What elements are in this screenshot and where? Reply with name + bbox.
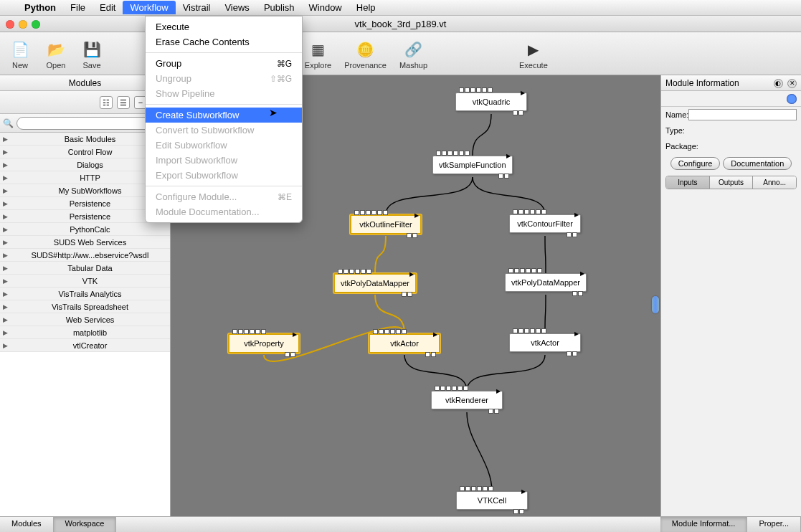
disclosure-triangle-icon[interactable]: ▶: [0, 265, 10, 272]
right-panel: Module Information ◐ ✕ Name: Type: Packa…: [660, 75, 801, 516]
tab-inputs[interactable]: Inputs: [666, 176, 710, 189]
menu-window[interactable]: Window: [302, 1, 349, 14]
menu-app[interactable]: Python: [17, 1, 63, 14]
tab-outputs[interactable]: Outputs: [710, 176, 754, 189]
search-icon: 🔍: [3, 118, 14, 128]
module-category[interactable]: ▶Tabular Data: [0, 262, 170, 275]
disclosure-triangle-icon[interactable]: ▶: [0, 239, 10, 246]
menu-workflow[interactable]: Workflow: [123, 1, 175, 14]
node-vtkRenderer[interactable]: ▶vtkRenderer: [431, 391, 503, 409]
chevron-icon[interactable]: ▶: [506, 153, 511, 159]
mashup-button[interactable]: 🔗Mashup: [399, 38, 427, 70]
bottom-tab-modules[interactable]: Modules: [0, 517, 54, 532]
cursor-icon: ➤: [269, 107, 278, 118]
chevron-icon[interactable]: ▶: [521, 90, 525, 96]
zoom-window-button[interactable]: [32, 20, 40, 29]
disclosure-triangle-icon[interactable]: ▶: [0, 136, 10, 143]
disclosure-triangle-icon[interactable]: ▶: [0, 200, 10, 207]
node-vtkQuadric[interactable]: ▶vtkQuadric: [455, 92, 527, 111]
execute-button[interactable]: ▶Execute: [519, 38, 548, 70]
menu-publish[interactable]: Publish: [257, 1, 302, 14]
module-category[interactable]: ▶Web Services: [0, 313, 170, 326]
module-category[interactable]: ▶matplotlib: [0, 326, 170, 339]
menu-edit[interactable]: Edit: [93, 1, 123, 14]
menu-item: Import Subworkflow: [146, 153, 302, 168]
chevron-icon[interactable]: ▶: [580, 270, 584, 277]
chevron-icon[interactable]: ▶: [293, 331, 297, 338]
tree-collapse-icon[interactable]: ☷: [100, 96, 113, 109]
explore-button[interactable]: ▦Explore: [305, 38, 331, 70]
chevron-icon[interactable]: ▶: [496, 388, 501, 394]
menu-vistrail[interactable]: Vistrail: [176, 1, 218, 14]
disclosure-triangle-icon[interactable]: ▶: [0, 161, 10, 168]
menu-file[interactable]: File: [63, 1, 93, 14]
node-vtkActor[interactable]: ▶vtkActor: [369, 333, 440, 353]
menu-item: Configure Module...⌘E: [146, 189, 302, 204]
module-category[interactable]: ▶VisTrails Spreadsheet: [0, 300, 170, 313]
disclosure-triangle-icon[interactable]: ▶: [0, 213, 10, 220]
disclosure-triangle-icon[interactable]: ▶: [0, 277, 10, 285]
canvas-scrollbar-thumb[interactable]: [652, 296, 659, 313]
bottom-tab-workspace[interactable]: Workspace: [54, 517, 117, 532]
node-vtkContourFilter[interactable]: ▶vtkContourFilter: [509, 214, 581, 233]
disclosure-triangle-icon[interactable]: ▶: [0, 174, 10, 181]
open-button[interactable]: 📂Open: [44, 38, 67, 70]
disclosure-triangle-icon[interactable]: ▶: [0, 329, 10, 336]
menu-help[interactable]: Help: [349, 1, 383, 14]
port-tabs: Inputs Outputs Anno...: [665, 176, 797, 189]
disclosure-triangle-icon[interactable]: ▶: [0, 187, 10, 194]
disclosure-triangle-icon[interactable]: ▶: [0, 342, 10, 349]
chevron-icon[interactable]: ▶: [433, 331, 437, 338]
panel-close-icon[interactable]: ✕: [787, 79, 797, 88]
module-category[interactable]: ▶VisTrails Analytics: [0, 288, 170, 300]
menu-item[interactable]: Erase Cache Contents: [146, 34, 302, 49]
name-input[interactable]: [688, 109, 797, 120]
new-button[interactable]: 📄New: [9, 38, 32, 70]
node-vtkSampleFunction[interactable]: ▶vtkSampleFunction: [432, 156, 513, 174]
info-refresh-icon[interactable]: [787, 94, 797, 104]
disclosure-triangle-icon[interactable]: ▶: [0, 226, 10, 233]
documentation-button[interactable]: Documentation: [723, 157, 792, 170]
provenance-button[interactable]: 🪙Provenance: [344, 38, 387, 70]
module-category[interactable]: ▶SUDS#http://ww...ebservice?wsdl: [0, 249, 170, 262]
minimize-window-button[interactable]: [19, 20, 27, 29]
node-VTKCell[interactable]: ▶VTKCell: [456, 491, 528, 510]
node-vtkActor[interactable]: ▶vtkActor: [509, 333, 581, 352]
name-label: Name:: [665, 110, 688, 119]
chevron-icon[interactable]: ▶: [409, 271, 414, 277]
disclosure-triangle-icon[interactable]: ▶: [0, 290, 10, 298]
node-vtkPolyDataMapper[interactable]: ▶vtkPolyDataMapper: [333, 273, 417, 293]
menu-item[interactable]: Execute: [146, 19, 302, 34]
menu-item[interactable]: Group⌘G: [146, 56, 302, 71]
module-category[interactable]: ▶vtlCreator: [0, 339, 170, 352]
disclosure-triangle-icon[interactable]: ▶: [0, 303, 10, 310]
module-category[interactable]: ▶SUDS Web Services: [0, 236, 170, 249]
node-vtkProperty[interactable]: ▶vtkProperty: [228, 333, 300, 353]
disclosure-triangle-icon[interactable]: ▶: [0, 148, 10, 156]
panel-pin-icon[interactable]: ◐: [774, 79, 783, 88]
tab-annotations[interactable]: Anno...: [753, 176, 796, 189]
chevron-icon[interactable]: ▶: [414, 212, 419, 219]
node-vtkPolyDataMapper[interactable]: ▶vtkPolyDataMapper: [505, 273, 587, 292]
node-vtkOutlineFilter[interactable]: ▶vtkOutlineFilter: [350, 214, 422, 234]
main-toolbar: 📄New 📂Open 💾Save 🔍Search ▦Explore 🪙Prove…: [0, 32, 801, 75]
menu-item: Ungroup⇧⌘G: [146, 71, 302, 86]
chevron-icon[interactable]: ▶: [521, 488, 526, 495]
window-controls: [6, 20, 40, 29]
save-button[interactable]: 💾Save: [80, 38, 103, 70]
close-window-button[interactable]: [6, 20, 14, 29]
disclosure-triangle-icon[interactable]: ▶: [0, 252, 10, 259]
chevron-icon[interactable]: ▶: [574, 331, 579, 337]
bottom-tab-properties[interactable]: Proper...: [747, 517, 801, 532]
menu-item: Edit Subworkflow: [146, 138, 302, 153]
bottom-tab-module-info[interactable]: Module Informat...: [660, 517, 748, 532]
module-category[interactable]: ▶PythonCalc: [0, 223, 170, 236]
disclosure-triangle-icon[interactable]: ▶: [0, 316, 10, 323]
module-category[interactable]: ▶VTK: [0, 275, 170, 288]
tree-expand-icon[interactable]: ☰: [117, 96, 130, 109]
configure-button[interactable]: Configure: [670, 157, 721, 170]
menu-views[interactable]: Views: [217, 1, 256, 14]
menu-item[interactable]: Create Subworkflow: [146, 108, 302, 123]
window-titlebar: vtk_book_3rd_p189.vt: [0, 16, 801, 32]
chevron-icon[interactable]: ▶: [574, 212, 579, 218]
